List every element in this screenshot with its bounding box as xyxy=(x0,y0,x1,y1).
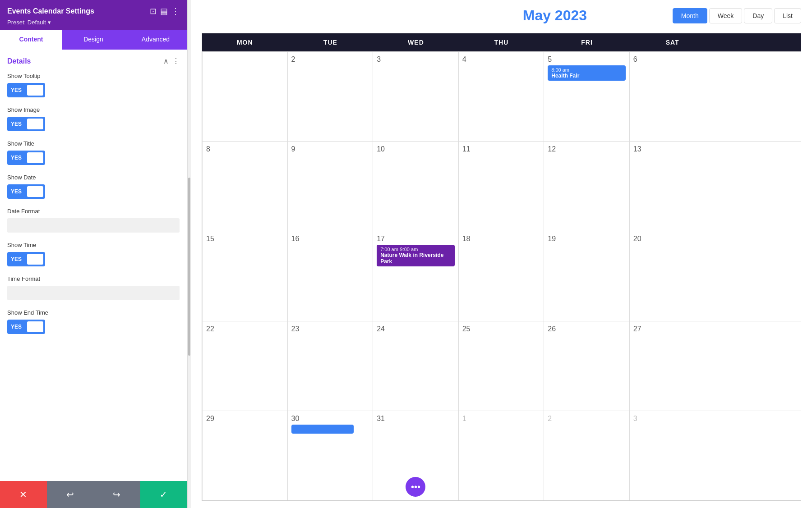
toggle-slider xyxy=(27,186,43,197)
show-end-time-label: Show End Time xyxy=(7,309,180,316)
calendar-cell-31[interactable]: 31 ••• xyxy=(373,411,459,500)
fab-button[interactable]: ••• xyxy=(406,477,425,497)
cell-date: 17 xyxy=(377,235,385,243)
calendar-cell[interactable]: 23 xyxy=(288,321,374,411)
cell-date: 30 xyxy=(291,415,300,422)
preset-label[interactable]: Preset: Default ▾ xyxy=(7,19,180,30)
cell-date: 24 xyxy=(377,325,385,333)
calendar-cell[interactable]: 29 xyxy=(202,411,288,500)
save-button[interactable]: ✓ xyxy=(140,481,187,508)
redo-button[interactable]: ↪ xyxy=(93,481,140,508)
calendar-cell-wed-17[interactable]: 17 7:00 am-9:00 am Nature Walk in Rivers… xyxy=(373,231,459,320)
calendar-cell[interactable]: 4 xyxy=(459,52,544,141)
calendar-cell[interactable]: 10 xyxy=(373,142,459,231)
tab-content[interactable]: Content xyxy=(0,30,62,50)
calendar-cell[interactable]: 6 xyxy=(630,52,715,141)
calendar-cell[interactable]: 18 xyxy=(459,231,544,320)
event-nature-walk[interactable]: 7:00 am-9:00 am Nature Walk in Riverside… xyxy=(377,245,455,266)
panel-header: Events Calendar Settings ⊡ ▤ ⋮ Preset: D… xyxy=(0,0,187,30)
view-month-button[interactable]: Month xyxy=(673,8,707,23)
cell-date: 13 xyxy=(633,145,641,153)
calendar-grid: MON TUE WED THU FRI SAT 2 3 4 xyxy=(202,33,801,501)
toggle-yes-label: YES xyxy=(7,155,25,161)
calendar-cell[interactable]: 11 xyxy=(459,142,544,231)
cancel-button[interactable]: ✕ xyxy=(0,481,47,508)
more-icon[interactable]: ⋮ xyxy=(171,6,180,16)
columns-icon[interactable]: ▤ xyxy=(160,6,168,16)
fab-dots-icon: ••• xyxy=(411,482,420,492)
calendar-cell[interactable]: 3 xyxy=(373,52,459,141)
show-time-setting: Show Time YES xyxy=(7,242,180,266)
section-title: Details xyxy=(7,57,31,65)
day-header-thu: THU xyxy=(459,33,544,51)
calendar-cell[interactable]: 13 xyxy=(630,142,715,231)
calendar-cell[interactable]: 3 xyxy=(630,411,715,500)
section-more-icon[interactable]: ⋮ xyxy=(172,57,180,65)
calendar-days-header: MON TUE WED THU FRI SAT xyxy=(202,33,801,51)
cell-date: 22 xyxy=(206,325,214,333)
tab-design[interactable]: Design xyxy=(62,30,125,50)
calendar-panel: May 2023 Month Week Day List MON TUE WED… xyxy=(191,0,812,508)
undo-button[interactable]: ↩ xyxy=(47,481,94,508)
cell-date: 25 xyxy=(462,325,471,333)
calendar-cell[interactable]: 2 xyxy=(544,411,630,500)
show-date-toggle[interactable]: YES xyxy=(7,184,45,199)
calendar-cell[interactable]: 15 xyxy=(202,231,288,320)
cell-date: 4 xyxy=(462,55,466,63)
calendar-cell[interactable]: 2 xyxy=(288,52,374,141)
show-time-toggle[interactable]: YES xyxy=(7,252,45,266)
toggle-yes-label: YES xyxy=(7,121,25,127)
collapse-icon[interactable]: ∧ xyxy=(163,57,169,65)
cell-date: 29 xyxy=(206,415,214,422)
calendar-cell[interactable]: 22 xyxy=(202,321,288,411)
calendar-title: May 2023 xyxy=(437,7,673,24)
date-format-input[interactable] xyxy=(7,218,180,233)
calendar-cell[interactable]: 27 xyxy=(630,321,715,411)
cell-date: 31 xyxy=(377,415,385,422)
show-tooltip-toggle[interactable]: YES xyxy=(7,83,45,97)
calendar-cell[interactable]: 16 xyxy=(288,231,374,320)
calendar-cell-30[interactable]: 30 xyxy=(288,411,374,500)
view-week-button[interactable]: Week xyxy=(709,8,743,23)
calendar-cell[interactable]: 9 xyxy=(288,142,374,231)
calendar-header: May 2023 Month Week Day List xyxy=(202,7,801,24)
calendar-cell[interactable]: 26 xyxy=(544,321,630,411)
day-header-tue: TUE xyxy=(288,33,374,51)
cell-date: 2 xyxy=(548,415,552,422)
toggle-yes-label: YES xyxy=(7,87,25,93)
calendar-cell[interactable]: 12 xyxy=(544,142,630,231)
tab-advanced[interactable]: Advanced xyxy=(125,30,187,50)
show-end-time-toggle[interactable]: YES xyxy=(7,320,45,334)
expand-icon[interactable]: ⊡ xyxy=(150,6,157,16)
calendar-cell[interactable]: 1 xyxy=(459,411,544,500)
cell-date: 3 xyxy=(633,415,637,422)
show-tooltip-label: Show Tooltip xyxy=(7,73,180,79)
time-format-input[interactable] xyxy=(7,286,180,300)
view-buttons: Month Week Day List xyxy=(673,8,801,23)
calendar-cell-fri-5[interactable]: 5 8:00 am Health Fair xyxy=(544,52,630,141)
calendar-cell[interactable]: 20 xyxy=(630,231,715,320)
cell-date: 11 xyxy=(462,145,471,153)
cell-date: 1 xyxy=(462,415,466,422)
calendar-cell[interactable] xyxy=(202,52,288,141)
calendar-cell[interactable]: 25 xyxy=(459,321,544,411)
show-tooltip-setting: Show Tooltip YES xyxy=(7,73,180,97)
toggle-yes-label: YES xyxy=(7,188,25,195)
calendar-cell[interactable]: 24 xyxy=(373,321,459,411)
toggle-slider xyxy=(27,254,43,265)
event-name: Health Fair xyxy=(551,73,622,79)
toggle-slider xyxy=(27,152,43,163)
event-health-fair[interactable]: 8:00 am Health Fair xyxy=(548,65,626,81)
calendar-week-1: 2 3 4 5 8:00 am Health Fair 6 xyxy=(202,51,801,141)
show-end-time-setting: Show End Time YES xyxy=(7,309,180,334)
show-image-toggle[interactable]: YES xyxy=(7,117,45,131)
calendar-cell[interactable]: 8 xyxy=(202,142,288,231)
toggle-yes-label: YES xyxy=(7,256,25,262)
toggle-yes-label: YES xyxy=(7,324,25,330)
view-list-button[interactable]: List xyxy=(774,8,801,23)
show-title-toggle[interactable]: YES xyxy=(7,151,45,165)
calendar-cell[interactable]: 19 xyxy=(544,231,630,320)
calendar-week-4: 22 23 24 25 26 27 xyxy=(202,321,801,411)
toggle-slider xyxy=(27,119,43,129)
view-day-button[interactable]: Day xyxy=(744,8,772,23)
